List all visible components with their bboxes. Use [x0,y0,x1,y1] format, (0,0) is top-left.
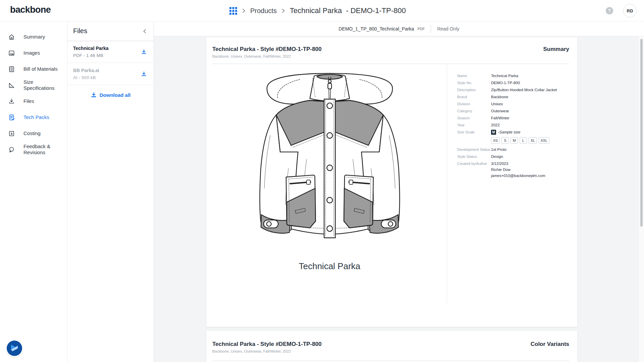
breadcrumb: Products Technical Parka - DEMO-1-TP-800 [229,0,406,21]
scrollbar-thumb[interactable] [640,39,643,227]
scrollbar[interactable] [639,36,644,362]
download-all-button[interactable]: Download all [67,85,154,103]
chevron-right-icon [242,8,245,13]
detail-label: Created by/Author [457,161,491,179]
viewer-file-type-badge: PDF [417,27,425,31]
backbone-fab-button[interactable] [7,341,22,356]
sidebar-item-summary[interactable]: Summary [0,29,67,45]
detail-label: Name [457,73,491,78]
detail-value: DEMO-1-TP-800 [491,80,520,85]
detail-label: Year [457,123,491,127]
sidebar-item-label: Costing [23,130,41,136]
divider [212,64,569,64]
parka-technical-drawing [257,73,403,248]
files-panel-title: Files [73,27,87,35]
size-scale-boxes: XSSMLXLXXL [491,137,551,144]
download-icon[interactable] [140,70,148,78]
sidebar-item-size-specifications[interactable]: Size Specifications [0,77,67,93]
home-icon [8,33,15,41]
file-name: Technical Parka [73,46,109,51]
pdf-page-summary: Technical Parka - Style #DEMO-1-TP-800 B… [206,37,577,327]
top-header: backbone Products Technical Parka - DEMO… [0,0,644,21]
detail-value: Backbone [491,95,508,99]
drawing-caption: Technical Parka [299,261,361,272]
detail-label: Division [457,102,491,106]
backbone-logo: backbone [10,5,51,15]
page-subtitle: Backbone, Unisex, Outerwear, Fall/Winter… [212,349,322,353]
detail-value: Design [491,154,503,159]
file-row-technical-parka[interactable]: Technical Parka PDF - 1.46 MB [67,41,154,63]
section-heading-color-variants: Color Variants [531,341,569,348]
pdf-viewer: DEMO_1_TP_800_Technical_Parka PDF Read O… [154,21,644,362]
chat-icon [8,146,15,153]
size-box: XL [529,137,537,144]
sidebar-item-tech-packs[interactable]: Tech Packs [0,109,67,125]
created-date: 3/12/2023 [491,161,545,166]
apps-grid-icon[interactable] [229,7,237,15]
details-column: NameTechnical Parka Style No.DEMO-1-TP-8… [447,65,569,303]
file-row-bb-parka[interactable]: BB Parka.ai AI - 500 kB [67,63,154,85]
sidebar-item-feedback-revisions[interactable]: Feedback & Revisions [0,141,67,158]
backbone-mark-icon [7,341,22,356]
created-author: Richie Dow [491,167,545,172]
page-title: Technical Parka - Style #DEMO-1-TP-800 [212,46,322,53]
sidebar-item-label: Size Specifications [23,79,64,91]
download-icon[interactable] [140,48,148,56]
detail-value: Technical Parka [491,73,518,78]
sidebar-item-images[interactable]: Images [0,45,67,61]
sidebar-item-label: Feedback & Revisions [23,143,62,156]
file-name: BB Parka.ai [73,68,99,73]
file-meta: PDF - 1.46 MB [73,53,109,58]
sidebar-item-files[interactable]: Files [0,93,67,109]
receipt-icon [8,65,15,73]
sidebar: Summary Images Bill of Materials [0,21,67,362]
detail-label: Season [457,116,491,120]
read-only-status: Read Only [437,26,459,32]
drawing-column: Technical Parka [212,65,447,303]
document-check-icon [8,114,15,121]
sidebar-item-label: Images [23,50,40,56]
detail-label: Style No. [457,80,491,85]
divider [212,361,569,361]
breadcrumb-products[interactable]: Products [250,7,277,15]
detail-value: Unisex [491,102,503,106]
size-box: XS [491,137,500,144]
section-heading-summary: Summary [543,46,569,53]
sidebar-item-label: Summary [23,34,45,40]
viewer-toolbar: DEMO_1_TP_800_Technical_Parka PDF Read O… [154,21,644,36]
avatar[interactable]: RD [623,4,637,17]
detail-value: Fall/Winter [491,116,509,120]
collapse-panel-icon[interactable] [142,27,148,35]
viewer-file-title: DEMO_1_TP_800_Technical_Parka [338,26,414,32]
sidebar-item-bill-of-materials[interactable]: Bill of Materials [0,61,67,77]
size-box: S [501,137,509,144]
detail-value: 1st Proto [491,147,506,152]
detail-label: Development Status [457,147,491,152]
detail-label: Description [457,87,491,92]
file-meta: AI - 500 kB [73,75,99,80]
page-title: Technical Parka - Style #DEMO-1-TP-800 [212,341,322,348]
pdf-page-color-variants: Technical Parka - Style #DEMO-1-TP-800 B… [206,331,577,362]
help-icon[interactable]: ? [606,7,613,14]
download-icon [91,92,97,98]
toolbar-divider [431,24,431,33]
chevron-right-icon [282,8,285,13]
detail-value: 2022 [491,123,500,127]
pdf-scroll-area[interactable]: Technical Parka - Style #DEMO-1-TP-800 B… [154,36,644,362]
sidebar-item-costing[interactable]: $ Costing [0,125,67,141]
detail-label: Brand [457,95,491,99]
detail-label: Size Scale [457,130,491,135]
sidebar-item-label: Tech Packs [23,114,49,120]
detail-label: Category [457,109,491,113]
sample-size-badge: M [491,130,496,135]
size-box: L [520,137,527,144]
detail-label: Style Status [457,154,491,159]
breadcrumb-current-product: Technical Parka - DEMO-1-TP-800 [290,6,406,15]
dollar-icon: $ [8,130,15,137]
size-box: XXL [539,137,549,144]
download-tray-icon [8,98,15,105]
sidebar-item-label: Bill of Materials [23,66,58,72]
sidebar-item-label: Files [23,98,34,104]
ruler-icon [8,81,15,89]
sample-size-note: -Sample size [498,130,520,134]
